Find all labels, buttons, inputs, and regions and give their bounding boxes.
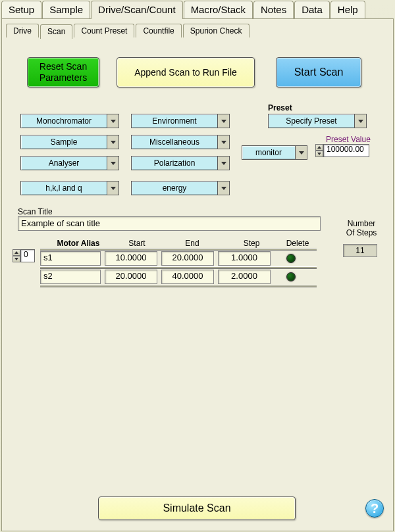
main-tabs: Setup Sample Drive/Scan/Count Macro/Stac… — [0, 0, 395, 18]
preset-value-input[interactable]: 100000.00 — [323, 144, 369, 157]
main-panel: Drive Scan Count Preset Countfile Spurio… — [1, 18, 394, 531]
row1-alias[interactable]: s1 — [40, 251, 101, 266]
dd-environment[interactable]: Environment — [131, 114, 230, 128]
chevron-down-icon — [107, 135, 118, 149]
dd-preset-mode[interactable]: monitor — [242, 145, 307, 160]
steps-label2: Of Steps — [342, 228, 381, 237]
dd-analyser[interactable]: Analyser — [20, 156, 119, 170]
subtab-countfile[interactable]: Countfile — [136, 24, 181, 38]
row2-step[interactable]: 2.0000 — [218, 270, 271, 284]
chevron-down-icon — [354, 114, 366, 128]
dd-sample[interactable]: Sample — [20, 135, 119, 149]
dd-miscellaneous[interactable]: Miscellaneous — [131, 135, 230, 149]
chevron-down-icon — [107, 114, 118, 128]
preset-value-label: Preset Value — [326, 135, 371, 144]
dd-specify-preset[interactable]: Specify Preset — [268, 114, 367, 128]
col-delete: Delete — [281, 239, 314, 248]
chevron-down-icon — [107, 157, 118, 170]
dd-hklq[interactable]: h,k,l and q — [20, 181, 119, 195]
chevron-down-icon — [217, 114, 229, 128]
subtab-spurion-check[interactable]: Spurion Check — [183, 24, 250, 38]
subtab-scan[interactable]: Scan — [40, 24, 72, 39]
subtab-drive[interactable]: Drive — [6, 24, 39, 38]
row-separator — [40, 285, 317, 287]
chevron-down-icon — [217, 135, 229, 149]
col-motor-alias: Motor Alias — [52, 239, 105, 248]
preset-value-spinner[interactable] — [315, 144, 323, 157]
chevron-down-icon — [107, 181, 118, 195]
dd-polarization[interactable]: Polarization — [131, 156, 230, 170]
row-index-spinner[interactable] — [13, 249, 20, 262]
tab-notes[interactable]: Notes — [253, 1, 294, 19]
row1-step[interactable]: 1.0000 — [218, 251, 271, 266]
row2-delete-led[interactable] — [286, 272, 296, 281]
row1-delete-led[interactable] — [286, 254, 296, 263]
tab-data[interactable]: Data — [294, 1, 330, 19]
chevron-down-icon — [217, 157, 229, 170]
dd-energy[interactable]: energy — [131, 181, 230, 195]
row2-end[interactable]: 40.0000 — [161, 270, 214, 284]
preset-label: Preset — [268, 103, 292, 112]
simulate-scan-button[interactable]: Simulate Scan — [98, 496, 296, 520]
tab-drive-scan-count[interactable]: Drive/Scan/Count — [91, 1, 183, 19]
tab-macro-stack[interactable]: Macro/Stack — [184, 1, 253, 19]
scan-title-input[interactable]: Example of scan title — [18, 216, 321, 231]
col-step: Step — [228, 239, 275, 248]
scan-panel: Reset Scan Parameters Append Scan to Run… — [6, 37, 389, 524]
tab-setup[interactable]: Setup — [1, 1, 41, 19]
chevron-down-icon — [217, 181, 229, 195]
subtab-count-preset[interactable]: Count Preset — [74, 24, 134, 38]
row1-start[interactable]: 10.0000 — [105, 251, 157, 266]
col-end: End — [169, 239, 215, 248]
col-start: Start — [114, 239, 160, 248]
steps-value: 11 — [343, 244, 377, 257]
reset-scan-button[interactable]: Reset Scan Parameters — [27, 57, 99, 87]
dd-monochromator[interactable]: Monochromator — [20, 114, 119, 128]
row2-start[interactable]: 20.0000 — [105, 270, 157, 284]
row-index-input[interactable]: 0 — [20, 249, 35, 262]
tab-help[interactable]: Help — [330, 1, 365, 19]
append-scan-button[interactable]: Append Scan to Run File — [117, 57, 255, 87]
sub-tabs: Drive Scan Count Preset Countfile Spurio… — [2, 19, 393, 37]
steps-label1: Number — [342, 219, 381, 228]
help-icon[interactable]: ? — [365, 499, 384, 518]
tab-sample[interactable]: Sample — [42, 1, 90, 19]
row1-end[interactable]: 20.0000 — [161, 251, 214, 266]
chevron-down-icon — [295, 146, 307, 159]
start-scan-button[interactable]: Start Scan — [276, 57, 361, 87]
row2-alias[interactable]: s2 — [40, 270, 101, 284]
scan-title-label: Scan Title — [18, 207, 53, 216]
